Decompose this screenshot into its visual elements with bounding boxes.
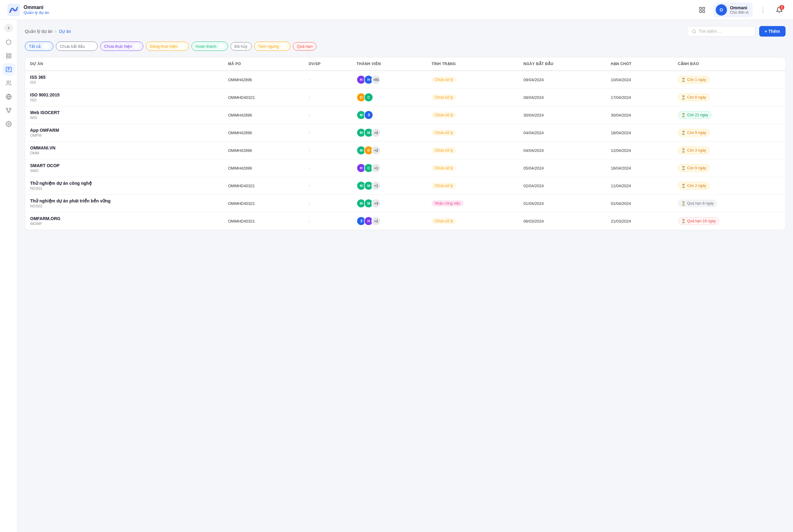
cell-dvsp: - [304,106,351,124]
member-avatars: MD+2 [356,146,422,155]
svg-point-22 [8,124,9,125]
table-row[interactable]: App OMFARM OMFM OMMH42896-MM+2Chưa xử lý… [25,124,785,142]
hourglass-icon: ⏳ [681,202,686,206]
add-project-button[interactable]: + Thêm [759,26,786,37]
sidebar-item-globe[interactable] [2,91,15,103]
cell-project: App OMFARM OMFM [25,124,223,142]
user-name: Ommani [730,5,748,10]
end-date: 18/04/2024 [611,131,631,135]
search-input[interactable] [699,29,751,34]
project-code: WIS [30,116,218,120]
cell-end-date: 18/04/2024 [606,159,673,177]
table-row[interactable]: Web ISOCERT WIS OMMH42896-M3̈Chưa xử lý3… [25,106,785,124]
sidebar-item-home[interactable] [2,36,15,49]
svg-rect-2 [702,7,704,9]
table-row[interactable]: OMMANI.VN OMM OMMH42896-MD+2Chưa xử lý04… [25,142,785,159]
header-right: O Ommani Chủ đơn vị ⋮ 1 [696,2,786,17]
po-value: OMMH42896 [228,131,252,135]
user-role: Chủ đơn vị [730,10,748,15]
cell-start-date: 04/04/2024 [518,142,606,159]
cell-project: OMFARM.ORG WOMF [25,212,223,230]
svg-rect-1 [699,7,701,9]
project-code: NGS02 [30,204,218,208]
search-area: + Thêm [687,26,786,37]
filter-tab-paused[interactable]: Tạm ngưng1 [254,41,290,51]
cell-start-date: 01/04/2024 [518,195,606,212]
hourglass-icon: ⏳ [681,166,686,170]
sidebar-back-button[interactable] [4,23,13,32]
end-date: 30/04/2024 [611,113,631,117]
filter-tab-not-started[interactable]: Chưa bắt đầu57 [56,41,98,51]
warning-badge: ⏳ Còn 21 ngày [678,111,712,119]
filter-tab-all[interactable]: Tất cả68 [25,41,53,51]
filter-tab-cancelled[interactable]: Đã hủy [230,42,252,51]
more-options-button[interactable]: ⋮ [758,5,768,15]
sidebar-item-project[interactable] [2,63,15,76]
member-avatars: M3̈ [356,110,422,120]
filter-tab-not-impl[interactable]: Chưa thực hiện1 [100,41,144,51]
globe-icon [5,94,12,100]
project-code: WOMF [30,222,218,226]
filter-tab-in-progress[interactable]: Đang thực hiện5 [146,41,189,51]
cell-po: OMMHD40321 [223,177,304,195]
sidebar-item-branch[interactable] [2,104,15,117]
user-profile[interactable]: O Ommani Chủ đơn vị [713,2,753,17]
col-header-mã-po: MÃ PO [223,57,304,71]
project-name: ISO 9001:2015 [30,92,218,97]
cell-po: OMMHD40321 [223,89,304,106]
member-avatars: 3̈H+2 [356,216,422,226]
project-name: Thử nghiệm dự án phát triển bền vững [30,198,218,203]
cell-warning: ⏳ Còn 2 ngày [673,177,785,195]
po-value: OMMHD40321 [228,184,255,188]
status-badge: Chưa xử lý [431,147,456,153]
cell-end-date: 10/04/2024 [606,71,673,89]
cell-dvsp: - [304,212,351,230]
table-row[interactable]: ISS 365 ISS OMMH42896-HH+81Chưa xử lý09/… [25,71,785,89]
col-header-tình-trạng: TÌNH TRẠNG [427,57,518,71]
projects-table: DỰ ÁNMÃ PODV/SPTHÀNH VIÊNTÌNH TRẠNGNGÀY … [25,57,785,230]
svg-point-23 [692,30,695,33]
top-header: Ommani Quản lý dự án O Ommani Chủ đơn vị… [0,0,793,20]
dvsp-value: - [309,183,310,188]
po-value: OMMH42896 [228,77,252,82]
user-info: Ommani Chủ đơn vị [730,5,748,15]
status-badge: Chưa xử lý [431,183,456,189]
cell-status: Chưa xử lý [427,106,518,124]
breadcrumb-parent[interactable]: Quản lý dự án [25,29,53,34]
svg-point-19 [6,108,8,110]
svg-rect-10 [6,56,8,58]
tab-badge: 4 [218,43,224,49]
avatar-extra: +2 [371,146,381,155]
sidebar-item-settings[interactable] [2,118,15,130]
sidebar-item-layers[interactable] [2,50,15,62]
svg-line-24 [695,32,696,33]
tab-label: Đang thực hiện [150,44,178,49]
notification-button[interactable]: 1 [773,4,786,16]
table-row[interactable]: Thử nghiệm dự án phát triển bền vững NGS… [25,195,785,212]
cell-warning: ⏳ Quá hạn 19 ngày [673,212,785,230]
breadcrumb-separator: › [55,29,57,34]
table-row[interactable]: ISO 9001:2015 ISO OMMHD40321-DCChưa xử l… [25,89,785,106]
start-date: 06/03/2024 [523,219,543,224]
sidebar-item-team[interactable] [2,77,15,89]
table-row[interactable]: OMFARM.ORG WOMF OMMHD40321-3̈H+2Chưa xử … [25,212,785,230]
sidebar [0,20,17,532]
table-row[interactable]: Thử nghiệm dự án công nghệ NGS01 OMMHD40… [25,177,785,195]
cell-warning: ⏳ Còn 1 ngày [673,71,785,89]
logo-icon [7,4,20,16]
status-badge: Nhận công việc [431,200,463,207]
breadcrumb-current: Dự án [59,29,71,34]
start-date: 30/04/2024 [523,113,543,117]
grid-icon-button[interactable] [696,4,708,16]
cell-start-date: 02/04/2024 [518,177,606,195]
filter-tab-overdue[interactable]: Quá hạn [293,42,317,51]
cell-project: Thử nghiệm dự án phát triển bền vững NGS… [25,195,223,212]
warning-badge: ⏳ Quá hạn 19 ngày [678,217,719,225]
logo-text: Ommani Quản lý dự án [23,5,49,15]
warning-badge: ⏳ Còn 9 ngày [678,129,709,136]
filter-tab-completed[interactable]: Hoàn thành4 [191,41,228,51]
warning-badge: ⏳ Quá hạn 8 ngày [678,200,717,207]
table-row[interactable]: SMART OCOP SMO OMMH42896-HC+1Chưa xử lý0… [25,159,785,177]
start-date: 02/04/2024 [523,184,543,188]
warning-text: Còn 9 ngày [687,166,706,170]
